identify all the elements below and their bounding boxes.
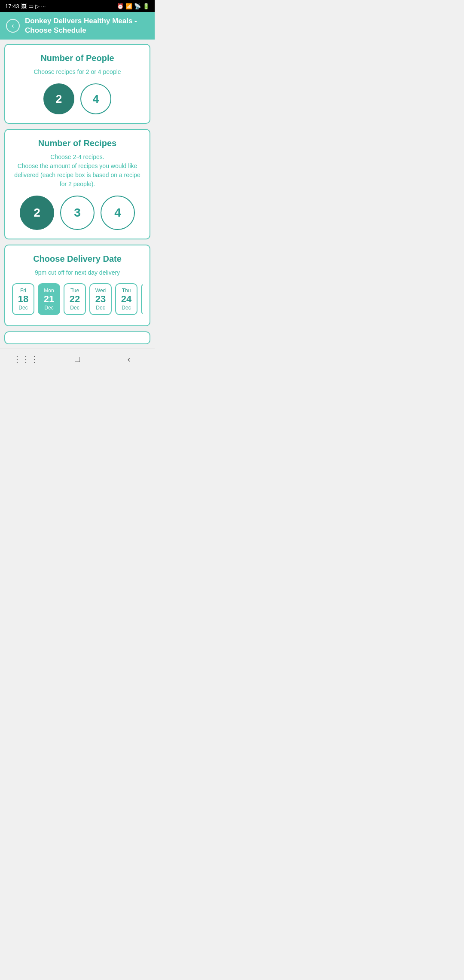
battery-icon: 🔋: [143, 3, 150, 9]
date-month: Dec: [122, 305, 131, 311]
bottom-nav: ⋮⋮⋮ □ ‹: [0, 349, 155, 369]
date-item-fri-25[interactable]: Fri 25 Dec: [141, 283, 143, 315]
date-month: Dec: [96, 305, 105, 311]
status-right: ⏰ 📶 📡 🔋: [117, 3, 150, 9]
date-day-name: Thu: [122, 288, 131, 294]
back-nav-button[interactable]: ‹: [120, 351, 137, 368]
date-item-tue-22[interactable]: Tue 22 Dec: [64, 283, 86, 315]
signal-icon: 📡: [134, 3, 141, 9]
back-button[interactable]: ‹: [6, 19, 20, 33]
date-item-wed-23[interactable]: Wed 23 Dec: [89, 283, 112, 315]
people-option-2[interactable]: 2: [43, 83, 74, 114]
date-month: Dec: [44, 305, 53, 311]
recipes-option-4[interactable]: 4: [101, 196, 135, 230]
date-day-num: 23: [95, 294, 106, 304]
page-title: Donkey Delivers Healthy Meals - Choose S…: [25, 16, 149, 35]
delivery-date-card: Choose Delivery Date 9pm cut off for nex…: [4, 245, 150, 326]
date-item-mon-21[interactable]: Mon 21 Dec: [38, 283, 60, 315]
back-icon: ‹: [12, 22, 14, 30]
people-options: 2 4: [43, 83, 111, 114]
date-day-name: Wed: [95, 288, 106, 294]
date-day-num: 22: [70, 294, 80, 304]
recipes-card-title: Number of Recipes: [38, 138, 116, 148]
date-day-name: Fri: [20, 288, 26, 294]
delivery-date-title: Choose Delivery Date: [33, 254, 122, 264]
home-button[interactable]: □: [69, 351, 86, 368]
wifi-icon: 📶: [125, 3, 132, 9]
image-icon: 🖼: [21, 3, 27, 9]
people-card-title: Number of People: [40, 53, 114, 63]
number-of-people-card: Number of People Choose recipes for 2 or…: [4, 44, 150, 124]
status-left: 17:43 🖼 ▭ ▷ ···: [5, 3, 46, 9]
more-icon: ···: [41, 3, 46, 9]
main-content: Number of People Choose recipes for 2 or…: [0, 40, 155, 349]
media-icon: ▷: [35, 3, 40, 9]
date-month: Dec: [18, 305, 27, 311]
people-card-subtitle: Choose recipes for 2 or 4 people: [34, 67, 121, 77]
number-of-recipes-card: Number of Recipes Choose 2-4 recipes. Ch…: [4, 129, 150, 239]
date-day-num: 21: [44, 294, 54, 304]
date-day-num: 18: [18, 294, 28, 304]
status-time: 17:43: [5, 3, 19, 9]
recent-apps-button[interactable]: ⋮⋮⋮: [17, 351, 34, 368]
date-day-num: 24: [121, 294, 131, 304]
home-icon: □: [75, 354, 80, 364]
date-item-thu-24[interactable]: Thu 24 Dec: [115, 283, 137, 315]
alarm-icon: ⏰: [117, 3, 124, 9]
screen-icon: ▭: [28, 3, 34, 9]
date-day-name: Tue: [70, 288, 79, 294]
next-section-card-partial: [4, 331, 150, 344]
header: ‹ Donkey Delivers Healthy Meals - Choose…: [0, 12, 155, 40]
date-scroll[interactable]: Fri 18 Dec Mon 21 Dec Tue 22 Dec Wed 23 …: [12, 282, 143, 317]
status-bar: 17:43 🖼 ▭ ▷ ··· ⏰ 📶 📡 🔋: [0, 0, 155, 12]
recent-apps-icon: ⋮⋮⋮: [13, 354, 39, 364]
people-option-4[interactable]: 4: [80, 83, 111, 114]
date-day-name: Mon: [44, 288, 54, 294]
back-nav-icon: ‹: [128, 354, 131, 364]
recipes-card-subtitle: Choose 2-4 recipes. Choose the amount of…: [12, 153, 143, 189]
recipes-option-2[interactable]: 2: [20, 196, 54, 230]
date-month: Dec: [70, 305, 79, 311]
recipes-option-3[interactable]: 3: [60, 196, 95, 230]
date-item-fri-18[interactable]: Fri 18 Dec: [12, 283, 34, 315]
delivery-date-subtitle: 9pm cut off for next day delivery: [35, 268, 120, 277]
recipes-options: 2 3 4: [20, 196, 135, 230]
